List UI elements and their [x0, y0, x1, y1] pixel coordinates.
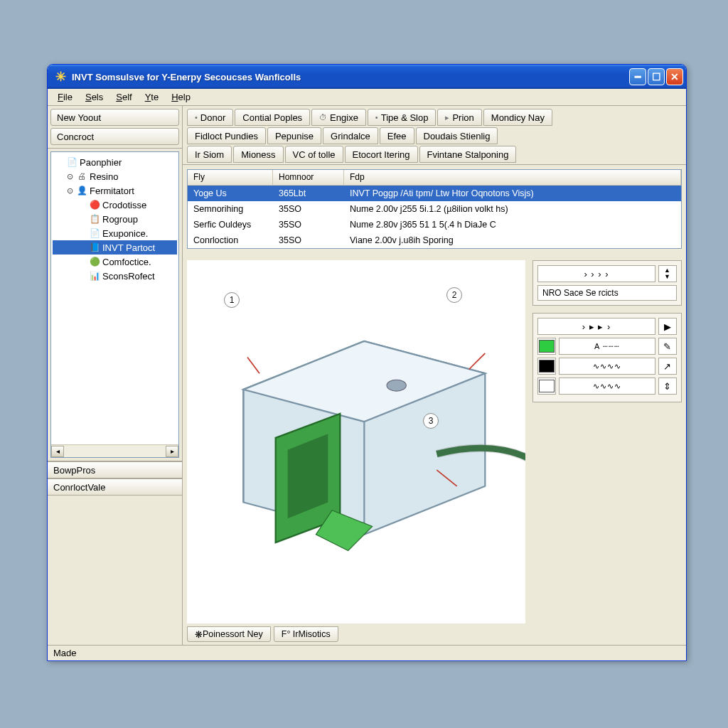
table-row[interactable]: Conrloction35SOViane 2.00v j.u8ih Sporin…: [188, 232, 681, 248]
tool-arrows-1[interactable]: › › › ›: [537, 265, 655, 282]
tab-fvintane-stalponing[interactable]: Fvintane Stalponing: [419, 146, 517, 163]
tab-vc-of-tolle[interactable]: VC of tolle: [285, 146, 343, 163]
tree-panel: 📄Paonphier⊙🖨Resino⊙👤Fermitatort🔴Crodotis…: [50, 151, 179, 458]
tool-wave-2[interactable]: ∿∿∿∿: [559, 378, 655, 395]
right-column: •DonorContial Poples⏱Engixe•Tipe & Slop▸…: [183, 106, 686, 645]
tool-play[interactable]: ▶: [658, 318, 677, 335]
tree-node-resino[interactable]: ⊙🖨Resino: [53, 169, 177, 183]
tree-icon: 📋: [89, 213, 100, 225]
toolbox-2: › ▸ ▸ › ▶ A ┄┄┄ ✎ ∿∿∿∿ ↗: [532, 313, 682, 402]
tab-efee[interactable]: Efee: [380, 127, 414, 144]
tree-icon: 📄: [89, 228, 100, 239]
tool-arrow-ne[interactable]: ↗: [658, 358, 677, 375]
tree-view[interactable]: 📄Paonphier⊙🖨Resino⊙👤Fermitatort🔴Crodotis…: [51, 152, 178, 444]
col-header-2[interactable]: Homnoor: [273, 170, 344, 185]
table-row[interactable]: Serfic Ouldeys35SONume 2.80v j365 51 1 5…: [188, 217, 681, 232]
tree-node-sconsrofect[interactable]: 📊SconsRofect: [53, 269, 177, 283]
tool-arrows-2[interactable]: › ▸ ▸ ›: [537, 318, 655, 335]
menu-help[interactable]: Help: [166, 90, 196, 104]
table-cell: 365Lbt: [273, 187, 344, 200]
panel-header-1[interactable]: BowpPros: [48, 461, 182, 478]
minimize-button[interactable]: ━: [629, 68, 646, 85]
tab-engixe[interactable]: ⏱Engixe: [311, 109, 366, 126]
scroll-right-button[interactable]: ▸: [166, 446, 178, 457]
tab-etocort-itering[interactable]: Etocort Itering: [345, 146, 418, 163]
swatch-green[interactable]: [537, 338, 556, 355]
bottom-tab-poinessort-ney[interactable]: ❋ Poinessort Ney: [187, 626, 271, 642]
tree-node-comfoctice-[interactable]: 🟢Comfoctice.: [53, 255, 177, 269]
table-cell: 35SO: [273, 234, 344, 247]
close-button[interactable]: ✕: [666, 68, 683, 85]
tool-up-down[interactable]: ▲▼: [658, 265, 677, 282]
tab-icon: •: [195, 113, 198, 122]
swatch-white[interactable]: [537, 378, 556, 395]
tool-dashes[interactable]: A ┄┄┄: [559, 338, 655, 355]
table-cell: Viane 2.00v j.u8ih Sporing: [344, 234, 681, 247]
menu-sels[interactable]: Sels: [80, 90, 109, 104]
left-btn-concroct[interactable]: Concroct: [50, 128, 179, 145]
tab-pepunise[interactable]: Pepunise: [267, 127, 321, 144]
scroll-track[interactable]: [64, 446, 166, 457]
tool-pencil[interactable]: ✎: [658, 338, 677, 355]
tree-node-crodotisse[interactable]: 🔴Crodotisse: [53, 198, 177, 212]
lower-panels: BowpPros ConrloctVale: [48, 461, 182, 645]
col-header-1[interactable]: Fly: [188, 170, 273, 185]
statusbar: Made: [48, 645, 686, 660]
menu-self[interactable]: Self: [110, 90, 137, 104]
app-icon: ✳: [53, 70, 68, 84]
tree-node-fermitatort[interactable]: ⊙👤Fermitatort: [53, 183, 177, 198]
tool-misc[interactable]: ⇕: [658, 378, 677, 395]
tab-mondicy-nay[interactable]: Mondicy Nay: [483, 109, 552, 126]
table-cell: Nume 2.00v j255 5i.1.2 (µ8ilion volkt hs…: [344, 203, 681, 215]
tab-fidloct-pundies[interactable]: Fidloct Pundies: [187, 127, 266, 144]
tab-ir-siom[interactable]: Ir Siom: [187, 146, 232, 163]
titlebar: ✳ INVT Somsulsve for Y-Enerpy Secoucses …: [48, 65, 686, 89]
tool-wave-1[interactable]: ∿∿∿∿: [559, 358, 655, 375]
left-column: New YooutConcroct 📄Paonphier⊙🖨Resino⊙👤Fe…: [48, 106, 183, 645]
panel-header-2[interactable]: ConrloctVale: [48, 478, 182, 496]
tree-icon: 📘: [89, 242, 100, 253]
callout-1[interactable]: 1: [224, 292, 240, 308]
tree-icon: 📊: [89, 270, 100, 282]
diagram-area: 1 2 3 › › › › ▲▼ NRO Sace Se rcicts: [183, 253, 686, 626]
table-cell: INVT Poggp /Ati tpm/ Ltw Htor Oqnotons V…: [344, 187, 681, 200]
callout-3[interactable]: 3: [423, 413, 439, 429]
svg-point-4: [387, 380, 406, 391]
callout-2[interactable]: 2: [446, 287, 462, 303]
toolbox-label: NRO Sace Se rcicts: [537, 285, 677, 301]
tab-tipe-slop[interactable]: •Tipe & Slop: [368, 109, 437, 126]
menu-yte[interactable]: Yte: [139, 90, 165, 104]
col-header-3[interactable]: Fdp: [344, 170, 681, 185]
table-cell: Nume 2.80v j365 51 1 5(.4 h DiaJe C: [344, 218, 681, 231]
tree-node-exuponice-[interactable]: 📄Exuponice.: [53, 226, 177, 240]
table-cell: 35SO: [273, 203, 344, 215]
device-illustration: [187, 260, 525, 623]
status-text: Made: [53, 648, 77, 658]
table-row[interactable]: Semnorihing35SONume 2.00v j255 5i.1.2 (µ…: [188, 201, 681, 217]
tree-node-rogroup[interactable]: 📋Rogroup: [53, 212, 177, 226]
scroll-left-button[interactable]: ◂: [51, 446, 64, 457]
tab-contial-poples[interactable]: Contial Poples: [235, 109, 310, 126]
tree-icon: 👤: [76, 185, 87, 196]
tree-node-invt-partoct[interactable]: 📘INVT Partoct: [53, 240, 177, 255]
app-window: ✳ INVT Somsulsve for Y-Enerpy Secoucses …: [47, 64, 687, 661]
tab-mioness[interactable]: Mioness: [233, 146, 283, 163]
tree-icon: 🔴: [89, 199, 100, 210]
table-row[interactable]: Yoge Us365LbtINVT Poggp /Ati tpm/ Ltw Ht…: [188, 186, 681, 201]
bottom-tab-f-irmisotics[interactable]: F° IrMisotics: [274, 626, 338, 642]
tab-doudais-stienlig[interactable]: Doudais Stienlig: [416, 127, 498, 144]
maximize-button[interactable]: ☐: [648, 68, 665, 85]
left-btn-new-yoout[interactable]: New Yoout: [50, 109, 179, 126]
tab-prion[interactable]: ▸Prion: [437, 109, 481, 126]
table-cell: Semnorihing: [188, 203, 273, 215]
tab-grindalce[interactable]: Grindalce: [323, 127, 378, 144]
diagram-viewport[interactable]: 1 2 3: [187, 260, 525, 623]
menu-file[interactable]: File: [52, 90, 78, 104]
tool-panels: › › › › ▲▼ NRO Sace Se rcicts › ▸ ▸ › ▶ …: [532, 260, 682, 623]
swatch-black[interactable]: [537, 358, 556, 375]
tab-donor[interactable]: •Donor: [187, 109, 233, 126]
table-cell: Yoge Us: [188, 187, 273, 200]
tree-h-scrollbar[interactable]: ◂ ▸: [51, 444, 178, 457]
bottom-tabs: ❋ Poinessort NeyF° IrMisotics: [183, 626, 686, 645]
tree-node-paonphier[interactable]: 📄Paonphier: [53, 155, 177, 169]
